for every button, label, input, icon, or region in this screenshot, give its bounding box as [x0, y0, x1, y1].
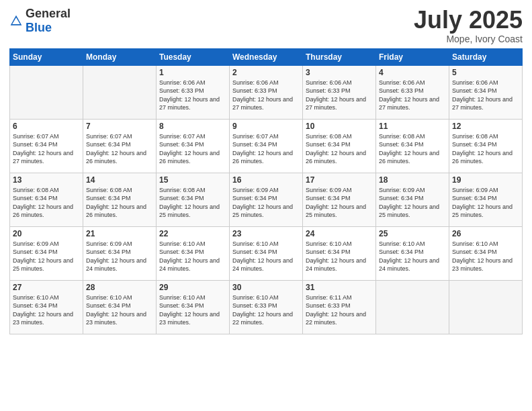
day-number: 12 [452, 122, 519, 131]
day-number: 8 [159, 122, 226, 131]
logo-text: General Blue [26, 7, 71, 35]
day-info: Sunrise: 6:10 AM Sunset: 6:34 PM Dayligh… [159, 293, 226, 327]
day-info: Sunrise: 6:07 AM Sunset: 6:34 PM Dayligh… [13, 132, 80, 166]
day-info: Sunrise: 6:08 AM Sunset: 6:34 PM Dayligh… [159, 186, 226, 220]
day-number: 6 [13, 122, 80, 131]
day-cell: 18Sunrise: 6:09 AM Sunset: 6:34 PM Dayli… [376, 173, 449, 226]
day-cell: 12Sunrise: 6:08 AM Sunset: 6:34 PM Dayli… [449, 119, 523, 173]
day-info: Sunrise: 6:09 AM Sunset: 6:34 PM Dayligh… [379, 186, 446, 220]
day-number: 30 [232, 283, 300, 292]
calendar-header: SundayMondayTuesdayWednesdayThursdayFrid… [10, 48, 523, 65]
day-info: Sunrise: 6:09 AM Sunset: 6:34 PM Dayligh… [13, 240, 80, 273]
day-of-week-header: Saturday [449, 48, 523, 65]
day-cell: 15Sunrise: 6:08 AM Sunset: 6:34 PM Dayli… [157, 173, 230, 226]
day-number: 14 [86, 175, 153, 185]
day-cell: 1Sunrise: 6:06 AM Sunset: 6:33 PM Daylig… [157, 65, 230, 119]
day-number: 13 [13, 175, 80, 185]
day-info: Sunrise: 6:09 AM Sunset: 6:34 PM Dayligh… [86, 240, 153, 273]
day-info: Sunrise: 6:08 AM Sunset: 6:34 PM Dayligh… [306, 132, 373, 166]
day-cell: 26Sunrise: 6:10 AM Sunset: 6:34 PM Dayli… [449, 226, 523, 280]
day-number: 11 [379, 122, 446, 131]
day-info: Sunrise: 6:10 AM Sunset: 6:34 PM Dayligh… [86, 293, 153, 327]
day-number: 23 [232, 229, 300, 238]
page: General Blue July 2025 Mope, Ivory Coast… [0, 0, 532, 411]
day-info: Sunrise: 6:10 AM Sunset: 6:34 PM Dayligh… [452, 240, 519, 273]
day-cell: 5Sunrise: 6:06 AM Sunset: 6:34 PM Daylig… [449, 65, 523, 119]
day-info: Sunrise: 6:06 AM Sunset: 6:33 PM Dayligh… [379, 79, 446, 112]
header: General Blue July 2025 Mope, Ivory Coast [9, 7, 523, 44]
day-of-week-header: Tuesday [157, 48, 230, 65]
day-cell: 7Sunrise: 6:07 AM Sunset: 6:34 PM Daylig… [83, 119, 157, 173]
day-cell [83, 65, 157, 119]
day-cell: 10Sunrise: 6:08 AM Sunset: 6:34 PM Dayli… [303, 119, 376, 173]
day-info: Sunrise: 6:06 AM Sunset: 6:33 PM Dayligh… [306, 79, 373, 112]
day-cell: 30Sunrise: 6:10 AM Sunset: 6:33 PM Dayli… [230, 280, 303, 334]
day-of-week-header: Monday [83, 48, 157, 65]
day-number: 24 [306, 229, 373, 238]
day-info: Sunrise: 6:07 AM Sunset: 6:34 PM Dayligh… [86, 132, 153, 166]
calendar-table: SundayMondayTuesdayWednesdayThursdayFrid… [9, 48, 523, 334]
day-cell: 13Sunrise: 6:08 AM Sunset: 6:34 PM Dayli… [10, 173, 83, 226]
day-number: 20 [13, 229, 80, 238]
month-title: July 2025 [414, 7, 523, 34]
day-info: Sunrise: 6:07 AM Sunset: 6:34 PM Dayligh… [232, 132, 300, 166]
logo-icon [9, 14, 23, 28]
day-cell [376, 280, 449, 334]
day-info: Sunrise: 6:08 AM Sunset: 6:34 PM Dayligh… [379, 132, 446, 166]
day-info: Sunrise: 6:10 AM Sunset: 6:34 PM Dayligh… [306, 240, 373, 273]
day-number: 29 [159, 283, 226, 292]
day-cell [10, 65, 83, 119]
location: Mope, Ivory Coast [414, 34, 523, 44]
day-info: Sunrise: 6:11 AM Sunset: 6:33 PM Dayligh… [306, 293, 373, 327]
day-cell: 8Sunrise: 6:07 AM Sunset: 6:34 PM Daylig… [157, 119, 230, 173]
day-info: Sunrise: 6:09 AM Sunset: 6:34 PM Dayligh… [306, 186, 373, 220]
day-cell: 14Sunrise: 6:08 AM Sunset: 6:34 PM Dayli… [83, 173, 157, 226]
logo: General Blue [9, 7, 71, 35]
week-row: 1Sunrise: 6:06 AM Sunset: 6:33 PM Daylig… [10, 65, 523, 119]
day-number: 31 [306, 283, 373, 292]
day-number: 19 [452, 175, 519, 185]
logo-blue: Blue [26, 21, 52, 34]
day-cell: 9Sunrise: 6:07 AM Sunset: 6:34 PM Daylig… [230, 119, 303, 173]
week-row: 6Sunrise: 6:07 AM Sunset: 6:34 PM Daylig… [10, 119, 523, 173]
day-cell: 25Sunrise: 6:10 AM Sunset: 6:34 PM Dayli… [376, 226, 449, 280]
day-info: Sunrise: 6:06 AM Sunset: 6:33 PM Dayligh… [232, 79, 300, 112]
calendar-body: 1Sunrise: 6:06 AM Sunset: 6:33 PM Daylig… [10, 65, 523, 334]
day-cell: 31Sunrise: 6:11 AM Sunset: 6:33 PM Dayli… [303, 280, 376, 334]
week-row: 27Sunrise: 6:10 AM Sunset: 6:34 PM Dayli… [10, 280, 523, 334]
day-cell: 17Sunrise: 6:09 AM Sunset: 6:34 PM Dayli… [303, 173, 376, 226]
day-number: 3 [306, 68, 373, 77]
day-cell: 23Sunrise: 6:10 AM Sunset: 6:34 PM Dayli… [230, 226, 303, 280]
day-info: Sunrise: 6:08 AM Sunset: 6:34 PM Dayligh… [13, 186, 80, 220]
day-info: Sunrise: 6:09 AM Sunset: 6:34 PM Dayligh… [452, 186, 519, 220]
day-number: 17 [306, 175, 373, 185]
day-info: Sunrise: 6:07 AM Sunset: 6:34 PM Dayligh… [159, 132, 226, 166]
day-info: Sunrise: 6:09 AM Sunset: 6:34 PM Dayligh… [232, 186, 300, 220]
day-number: 15 [159, 175, 226, 185]
day-info: Sunrise: 6:08 AM Sunset: 6:34 PM Dayligh… [452, 132, 519, 166]
day-number: 28 [86, 283, 153, 292]
day-cell: 28Sunrise: 6:10 AM Sunset: 6:34 PM Dayli… [83, 280, 157, 334]
title-block: July 2025 Mope, Ivory Coast [414, 7, 523, 44]
day-cell: 16Sunrise: 6:09 AM Sunset: 6:34 PM Dayli… [230, 173, 303, 226]
day-info: Sunrise: 6:10 AM Sunset: 6:34 PM Dayligh… [13, 293, 80, 327]
day-number: 2 [232, 68, 300, 77]
day-cell: 24Sunrise: 6:10 AM Sunset: 6:34 PM Dayli… [303, 226, 376, 280]
day-info: Sunrise: 6:06 AM Sunset: 6:33 PM Dayligh… [159, 79, 226, 112]
days-of-week-row: SundayMondayTuesdayWednesdayThursdayFrid… [10, 48, 523, 65]
day-number: 7 [86, 122, 153, 131]
week-row: 13Sunrise: 6:08 AM Sunset: 6:34 PM Dayli… [10, 173, 523, 226]
day-cell [449, 280, 523, 334]
day-info: Sunrise: 6:08 AM Sunset: 6:34 PM Dayligh… [86, 186, 153, 220]
day-of-week-header: Sunday [10, 48, 83, 65]
day-number: 5 [452, 68, 519, 77]
day-number: 1 [159, 68, 226, 77]
day-cell: 22Sunrise: 6:10 AM Sunset: 6:34 PM Dayli… [157, 226, 230, 280]
day-number: 4 [379, 68, 446, 77]
day-cell: 21Sunrise: 6:09 AM Sunset: 6:34 PM Dayli… [83, 226, 157, 280]
day-info: Sunrise: 6:10 AM Sunset: 6:34 PM Dayligh… [379, 240, 446, 273]
day-of-week-header: Thursday [303, 48, 376, 65]
logo-general: General [26, 7, 71, 20]
week-row: 20Sunrise: 6:09 AM Sunset: 6:34 PM Dayli… [10, 226, 523, 280]
day-number: 22 [159, 229, 226, 238]
